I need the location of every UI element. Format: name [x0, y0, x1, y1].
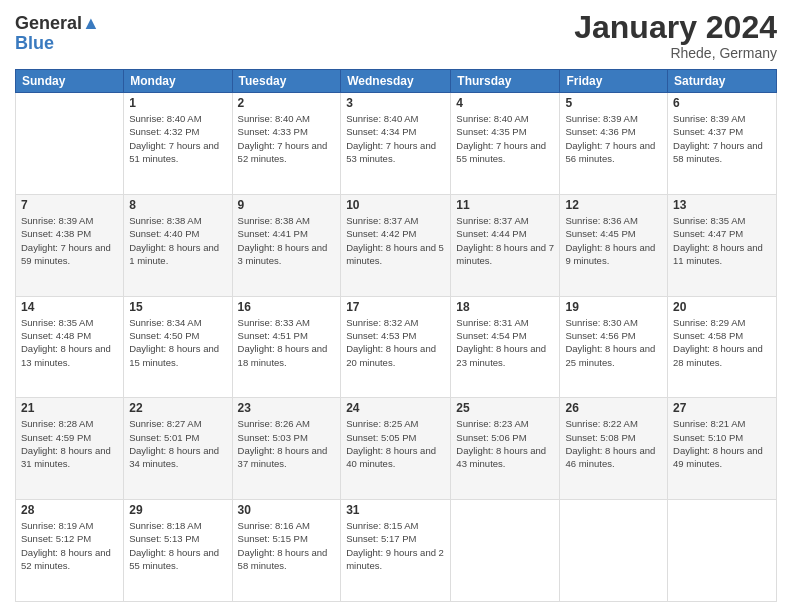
cell-content: Sunrise: 8:28 AMSunset: 4:59 PMDaylight:…: [21, 417, 118, 470]
logo: General▲ Blue: [15, 14, 100, 54]
table-cell: [560, 500, 668, 602]
header: General▲ Blue January 2024 Rhede, German…: [15, 10, 777, 61]
day-number: 14: [21, 300, 118, 314]
table-cell: 17Sunrise: 8:32 AMSunset: 4:53 PMDayligh…: [341, 296, 451, 398]
day-number: 24: [346, 401, 445, 415]
table-cell: 13Sunrise: 8:35 AMSunset: 4:47 PMDayligh…: [668, 194, 777, 296]
calendar-table: Sunday Monday Tuesday Wednesday Thursday…: [15, 69, 777, 602]
day-number: 3: [346, 96, 445, 110]
day-number: 7: [21, 198, 118, 212]
table-cell: 29Sunrise: 8:18 AMSunset: 5:13 PMDayligh…: [124, 500, 232, 602]
cell-content: Sunrise: 8:26 AMSunset: 5:03 PMDaylight:…: [238, 417, 336, 470]
table-cell: 4Sunrise: 8:40 AMSunset: 4:35 PMDaylight…: [451, 93, 560, 195]
day-number: 17: [346, 300, 445, 314]
table-cell: 22Sunrise: 8:27 AMSunset: 5:01 PMDayligh…: [124, 398, 232, 500]
cell-content: Sunrise: 8:40 AMSunset: 4:35 PMDaylight:…: [456, 112, 554, 165]
day-number: 10: [346, 198, 445, 212]
table-cell: 2Sunrise: 8:40 AMSunset: 4:33 PMDaylight…: [232, 93, 341, 195]
table-cell: 20Sunrise: 8:29 AMSunset: 4:58 PMDayligh…: [668, 296, 777, 398]
cell-content: Sunrise: 8:39 AMSunset: 4:38 PMDaylight:…: [21, 214, 118, 267]
col-thursday: Thursday: [451, 70, 560, 93]
table-cell: [16, 93, 124, 195]
week-row-0: 1Sunrise: 8:40 AMSunset: 4:32 PMDaylight…: [16, 93, 777, 195]
day-number: 8: [129, 198, 226, 212]
logo-general: General▲: [15, 14, 100, 34]
day-number: 30: [238, 503, 336, 517]
table-cell: 8Sunrise: 8:38 AMSunset: 4:40 PMDaylight…: [124, 194, 232, 296]
day-number: 12: [565, 198, 662, 212]
cell-content: Sunrise: 8:34 AMSunset: 4:50 PMDaylight:…: [129, 316, 226, 369]
day-number: 13: [673, 198, 771, 212]
week-row-4: 28Sunrise: 8:19 AMSunset: 5:12 PMDayligh…: [16, 500, 777, 602]
table-cell: 10Sunrise: 8:37 AMSunset: 4:42 PMDayligh…: [341, 194, 451, 296]
table-cell: 1Sunrise: 8:40 AMSunset: 4:32 PMDaylight…: [124, 93, 232, 195]
day-number: 18: [456, 300, 554, 314]
col-sunday: Sunday: [16, 70, 124, 93]
day-number: 16: [238, 300, 336, 314]
week-row-2: 14Sunrise: 8:35 AMSunset: 4:48 PMDayligh…: [16, 296, 777, 398]
cell-content: Sunrise: 8:33 AMSunset: 4:51 PMDaylight:…: [238, 316, 336, 369]
col-monday: Monday: [124, 70, 232, 93]
table-cell: 11Sunrise: 8:37 AMSunset: 4:44 PMDayligh…: [451, 194, 560, 296]
table-cell: 6Sunrise: 8:39 AMSunset: 4:37 PMDaylight…: [668, 93, 777, 195]
cell-content: Sunrise: 8:37 AMSunset: 4:44 PMDaylight:…: [456, 214, 554, 267]
day-number: 27: [673, 401, 771, 415]
day-number: 2: [238, 96, 336, 110]
cell-content: Sunrise: 8:30 AMSunset: 4:56 PMDaylight:…: [565, 316, 662, 369]
cell-content: Sunrise: 8:38 AMSunset: 4:40 PMDaylight:…: [129, 214, 226, 267]
table-cell: 28Sunrise: 8:19 AMSunset: 5:12 PMDayligh…: [16, 500, 124, 602]
table-cell: [668, 500, 777, 602]
cell-content: Sunrise: 8:29 AMSunset: 4:58 PMDaylight:…: [673, 316, 771, 369]
day-number: 20: [673, 300, 771, 314]
day-number: 25: [456, 401, 554, 415]
day-number: 4: [456, 96, 554, 110]
day-number: 28: [21, 503, 118, 517]
title-block: January 2024 Rhede, Germany: [574, 10, 777, 61]
day-number: 1: [129, 96, 226, 110]
cell-content: Sunrise: 8:22 AMSunset: 5:08 PMDaylight:…: [565, 417, 662, 470]
day-number: 6: [673, 96, 771, 110]
cell-content: Sunrise: 8:35 AMSunset: 4:47 PMDaylight:…: [673, 214, 771, 267]
cell-content: Sunrise: 8:25 AMSunset: 5:05 PMDaylight:…: [346, 417, 445, 470]
day-number: 31: [346, 503, 445, 517]
table-cell: 26Sunrise: 8:22 AMSunset: 5:08 PMDayligh…: [560, 398, 668, 500]
table-cell: 12Sunrise: 8:36 AMSunset: 4:45 PMDayligh…: [560, 194, 668, 296]
week-row-1: 7Sunrise: 8:39 AMSunset: 4:38 PMDaylight…: [16, 194, 777, 296]
cell-content: Sunrise: 8:15 AMSunset: 5:17 PMDaylight:…: [346, 519, 445, 572]
day-number: 26: [565, 401, 662, 415]
cell-content: Sunrise: 8:37 AMSunset: 4:42 PMDaylight:…: [346, 214, 445, 267]
cell-content: Sunrise: 8:36 AMSunset: 4:45 PMDaylight:…: [565, 214, 662, 267]
col-tuesday: Tuesday: [232, 70, 341, 93]
page: General▲ Blue January 2024 Rhede, German…: [0, 0, 792, 612]
day-number: 15: [129, 300, 226, 314]
cell-content: Sunrise: 8:38 AMSunset: 4:41 PMDaylight:…: [238, 214, 336, 267]
table-cell: 16Sunrise: 8:33 AMSunset: 4:51 PMDayligh…: [232, 296, 341, 398]
day-number: 9: [238, 198, 336, 212]
table-cell: 14Sunrise: 8:35 AMSunset: 4:48 PMDayligh…: [16, 296, 124, 398]
cell-content: Sunrise: 8:39 AMSunset: 4:36 PMDaylight:…: [565, 112, 662, 165]
table-cell: 19Sunrise: 8:30 AMSunset: 4:56 PMDayligh…: [560, 296, 668, 398]
week-row-3: 21Sunrise: 8:28 AMSunset: 4:59 PMDayligh…: [16, 398, 777, 500]
cell-content: Sunrise: 8:18 AMSunset: 5:13 PMDaylight:…: [129, 519, 226, 572]
cell-content: Sunrise: 8:21 AMSunset: 5:10 PMDaylight:…: [673, 417, 771, 470]
table-cell: 30Sunrise: 8:16 AMSunset: 5:15 PMDayligh…: [232, 500, 341, 602]
header-row: Sunday Monday Tuesday Wednesday Thursday…: [16, 70, 777, 93]
table-cell: 5Sunrise: 8:39 AMSunset: 4:36 PMDaylight…: [560, 93, 668, 195]
table-cell: 24Sunrise: 8:25 AMSunset: 5:05 PMDayligh…: [341, 398, 451, 500]
table-cell: 7Sunrise: 8:39 AMSunset: 4:38 PMDaylight…: [16, 194, 124, 296]
day-number: 21: [21, 401, 118, 415]
cell-content: Sunrise: 8:32 AMSunset: 4:53 PMDaylight:…: [346, 316, 445, 369]
day-number: 29: [129, 503, 226, 517]
col-wednesday: Wednesday: [341, 70, 451, 93]
table-cell: 21Sunrise: 8:28 AMSunset: 4:59 PMDayligh…: [16, 398, 124, 500]
cell-content: Sunrise: 8:19 AMSunset: 5:12 PMDaylight:…: [21, 519, 118, 572]
col-saturday: Saturday: [668, 70, 777, 93]
table-cell: 9Sunrise: 8:38 AMSunset: 4:41 PMDaylight…: [232, 194, 341, 296]
cell-content: Sunrise: 8:31 AMSunset: 4:54 PMDaylight:…: [456, 316, 554, 369]
month-title: January 2024: [574, 10, 777, 45]
day-number: 5: [565, 96, 662, 110]
col-friday: Friday: [560, 70, 668, 93]
cell-content: Sunrise: 8:16 AMSunset: 5:15 PMDaylight:…: [238, 519, 336, 572]
logo-blue: Blue: [15, 34, 100, 54]
day-number: 11: [456, 198, 554, 212]
